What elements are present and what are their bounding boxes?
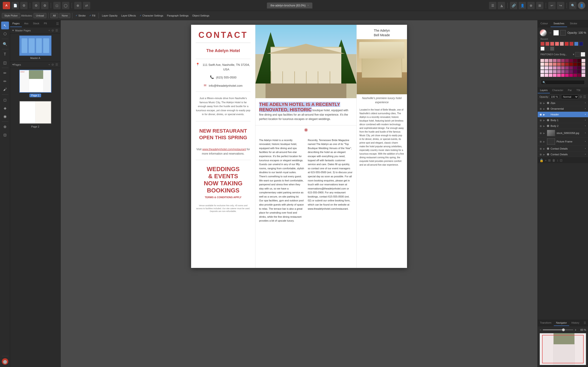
- swatch-cell-32[interactable]: [582, 66, 585, 69]
- rswatch-4[interactable]: [555, 42, 559, 46]
- swatch-cell-29[interactable]: [569, 66, 573, 69]
- panel-menu-icon[interactable]: ☰: [56, 22, 59, 25]
- swatch-cell-49[interactable]: [561, 74, 565, 77]
- swatch-cell-13[interactable]: [549, 63, 552, 66]
- layer-body2[interactable]: ◉ ▶ Body 2 ⚬: [538, 123, 588, 129]
- delete-page-icon[interactable]: ⊘: [52, 63, 54, 66]
- profile-icon[interactable]: 👤: [578, 2, 585, 9]
- layer-picture-frame[interactable]: ◉ ▶ Picture Frame ⚬: [538, 137, 588, 146]
- swatch-cell-4[interactable]: [557, 59, 561, 62]
- add-master-icon[interactable]: +: [48, 29, 50, 32]
- file-tab[interactable]: the-adelyn-brochure (83.0%) ×: [267, 2, 313, 8]
- swatch-cell-12[interactable]: [545, 63, 548, 66]
- swatch-cell-6[interactable]: [565, 59, 569, 62]
- layer-vis-icon[interactable]: ◉: [540, 119, 542, 122]
- layer-vis-icon[interactable]: ◉: [540, 147, 542, 150]
- swatch-cell-24[interactable]: [549, 66, 552, 69]
- swatch-cell-43[interactable]: [582, 70, 585, 73]
- par-tab[interactable]: Par: [565, 87, 574, 93]
- swatch-cell-46[interactable]: [549, 74, 552, 77]
- swatch-cell-54[interactable]: [582, 74, 585, 77]
- layer-expand-icon[interactable]: ▶: [543, 148, 545, 150]
- layer-body1[interactable]: ◉ ▶ Body 1 ⚬: [538, 117, 588, 123]
- page1-thumbnail[interactable]: CONTACT Page 1: [10, 68, 61, 99]
- swatch-cell-21[interactable]: [582, 63, 585, 66]
- rswatch-6[interactable]: [565, 42, 569, 46]
- layout-icon[interactable]: ☰: [489, 2, 496, 9]
- swatch-cell-17[interactable]: [565, 63, 569, 66]
- share1-icon[interactable]: ⊕: [527, 2, 535, 9]
- view1-icon[interactable]: ◻: [53, 2, 61, 9]
- swatches-tab[interactable]: Swatches: [551, 20, 567, 27]
- swatch-cell-34[interactable]: [545, 70, 548, 73]
- swatch-cell-8[interactable]: [573, 59, 577, 62]
- layer-opacity-check[interactable]: Layer Opacity: [101, 14, 119, 17]
- layer-expand-icon[interactable]: ▶: [543, 108, 545, 110]
- swatch-cell-47[interactable]: [553, 74, 556, 77]
- swatch-cell-33[interactable]: [540, 70, 544, 73]
- swatch-cell-25[interactable]: [553, 66, 556, 69]
- share2-icon[interactable]: ⊞: [536, 2, 544, 9]
- rswatch-1[interactable]: [540, 42, 545, 46]
- pantone-dark-swatch[interactable]: [575, 52, 580, 57]
- swatch-cell-3[interactable]: [553, 59, 556, 62]
- layer-add-icon[interactable]: +: [545, 158, 547, 162]
- swatch-cell-26[interactable]: [557, 66, 561, 69]
- settings-icon[interactable]: ⚙: [41, 2, 48, 9]
- layer-ornamental[interactable]: ◉ ▶ Ornamental ⚬: [538, 106, 588, 112]
- layer-header[interactable]: ◉ ▶ Header ⚬: [538, 112, 588, 117]
- swatch-cell-37[interactable]: [557, 70, 561, 73]
- swatch-cell-14[interactable]: [553, 63, 556, 66]
- canvas-scroll[interactable]: CONTACT The Adelyn Hotel 📍 111 Swift Ave…: [61, 20, 537, 367]
- swatch-tool[interactable]: ⬤: [2, 358, 8, 365]
- white-swatch[interactable]: [553, 30, 559, 35]
- swatch-cell-35[interactable]: [549, 70, 552, 73]
- layers-blend-select[interactable]: Normal: [561, 94, 578, 99]
- swatch-cell-20[interactable]: [578, 63, 581, 66]
- swatch-cell-42[interactable]: [578, 70, 581, 73]
- shape-tool[interactable]: ◻: [1, 96, 9, 104]
- view2-icon[interactable]: ◯: [62, 2, 69, 9]
- swatch-cell-28[interactable]: [565, 66, 569, 69]
- layer-vis-icon[interactable]: ◉: [540, 113, 542, 116]
- master-pages-header[interactable]: ▾ Master Pages + ⊘ ☰: [10, 27, 61, 34]
- swatch-cell-23[interactable]: [545, 66, 548, 69]
- link-icon[interactable]: 🔗: [510, 2, 517, 9]
- swatch-cell-40[interactable]: [569, 70, 573, 73]
- layer-vis-icon[interactable]: ◉: [540, 131, 542, 135]
- preferences-icon[interactable]: ⚙: [32, 2, 40, 9]
- swatch-cell-11[interactable]: [540, 63, 544, 66]
- style-picker-btn[interactable]: Style Picker: [2, 13, 20, 18]
- stock-tab[interactable]: Stock: [31, 20, 42, 27]
- master-page-thumbnail[interactable]: Master A: [10, 34, 61, 61]
- swatch-cell-5[interactable]: [561, 59, 565, 62]
- picture-tool[interactable]: ◫: [1, 59, 9, 67]
- character-tab[interactable]: Character: [550, 87, 565, 93]
- pen-tool[interactable]: ✏: [1, 69, 9, 77]
- layer-stock-image[interactable]: ◉ ▶ stock_58903358.jpg ⚬: [538, 129, 588, 137]
- fill-tool[interactable]: ◉: [1, 112, 9, 120]
- crop-tool[interactable]: ⊡: [1, 131, 9, 139]
- zoom-plus-btn[interactable]: +: [575, 328, 577, 332]
- rswatch-7[interactable]: [569, 42, 573, 46]
- text-tool[interactable]: T: [1, 50, 9, 58]
- none-btn[interactable]: None: [59, 13, 70, 18]
- layers-more-icon[interactable]: ☰: [583, 95, 586, 99]
- navigator-thumbnail[interactable]: [540, 333, 586, 365]
- all-btn[interactable]: All: [50, 13, 58, 18]
- layer-trash-icon[interactable]: 🗑: [552, 158, 555, 162]
- select-tool[interactable]: ↖: [1, 22, 9, 29]
- photo-icon[interactable]: ◮: [498, 2, 505, 9]
- color-wheel[interactable]: [540, 29, 547, 36]
- swatch-cell-16[interactable]: [561, 63, 565, 66]
- stroke-check[interactable]: ✓ Stroke: [74, 14, 87, 17]
- page2-thumbnail[interactable]: Page 2: [10, 99, 61, 130]
- canvas-area[interactable]: CONTACT The Adelyn Hotel 📍 111 Swift Ave…: [61, 20, 537, 367]
- rswatch-9[interactable]: [579, 42, 583, 46]
- swatch-cell-50[interactable]: [565, 74, 569, 77]
- transform-tab[interactable]: Transform: [538, 320, 554, 326]
- swatch-cell-39[interactable]: [565, 70, 569, 73]
- swatch-cell-2[interactable]: [549, 59, 552, 62]
- layer-expand-icon[interactable]: ▶: [543, 102, 545, 104]
- layer-vis-icon[interactable]: ◉: [540, 107, 542, 110]
